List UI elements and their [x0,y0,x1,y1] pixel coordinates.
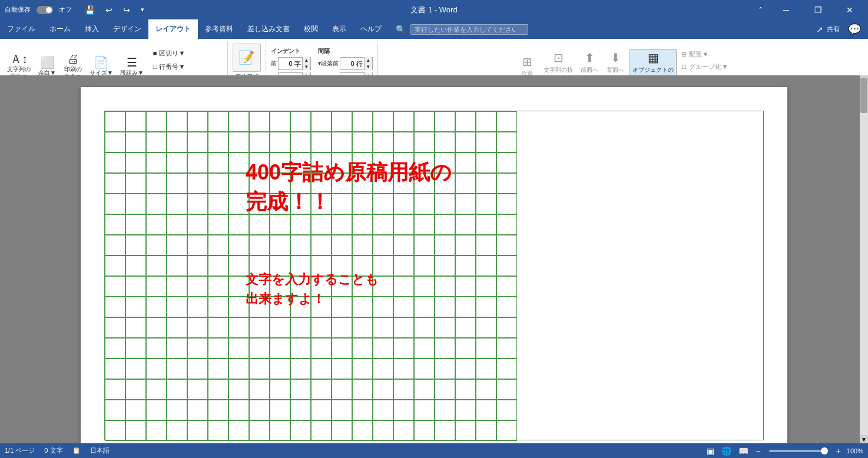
manuscript-cell[interactable] [228,338,249,359]
manuscript-cell[interactable] [125,194,146,214]
manuscript-cell[interactable] [373,214,393,235]
manuscript-cell[interactable] [455,255,476,276]
manuscript-cell[interactable] [105,276,125,297]
manuscript-cell[interactable] [105,420,125,441]
tab-references[interactable]: 参考資料 [198,19,240,39]
manuscript-cell[interactable] [146,420,167,441]
manuscript-cell[interactable] [455,173,476,194]
manuscript-cell[interactable] [311,400,332,420]
manuscript-cell[interactable] [496,111,517,132]
manuscript-cell[interactable] [270,359,290,379]
manuscript-cell[interactable] [352,214,373,235]
minimize-button[interactable]: ─ [773,0,800,19]
comments-icon[interactable]: 💬 [848,23,861,36]
manuscript-cell[interactable] [332,132,352,152]
manuscript-cell[interactable] [435,235,455,255]
manuscript-cell[interactable] [167,255,187,276]
columns-button[interactable]: ☰ 段組み▼ [118,55,146,78]
manuscript-cell[interactable] [290,338,311,359]
manuscript-cell[interactable] [270,214,290,235]
manuscript-cell[interactable] [125,111,146,132]
manuscript-cell[interactable] [187,400,208,420]
manuscript-cell[interactable] [249,132,270,152]
manuscript-cell[interactable] [187,255,208,276]
manuscript-cell[interactable] [435,420,455,441]
manuscript-cell[interactable] [455,276,476,297]
manuscript-cell[interactable] [125,338,146,359]
manuscript-cell[interactable] [228,214,249,235]
manuscript-cell[interactable] [167,317,187,338]
manuscript-cell[interactable] [228,235,249,255]
manuscript-cell[interactable] [476,420,496,441]
manuscript-cell[interactable] [332,317,352,338]
manuscript-cell[interactable] [373,359,393,379]
manuscript-cell[interactable] [311,132,332,152]
manuscript-cell[interactable] [125,152,146,173]
manuscript-cell[interactable] [125,132,146,152]
manuscript-cell[interactable] [249,111,270,132]
manuscript-cell[interactable] [146,255,167,276]
manuscript-cell[interactable] [187,338,208,359]
tab-mailings[interactable]: 差し込み文書 [240,19,297,39]
manuscript-cell[interactable] [311,111,332,132]
align-button[interactable]: ⊞ 配置▼ [679,49,730,60]
manuscript-cell[interactable] [476,255,496,276]
manuscript-cell[interactable] [393,379,414,400]
manuscript-cell[interactable] [414,214,435,235]
tab-insert[interactable]: 挿入 [78,19,106,39]
manuscript-cell[interactable] [187,111,208,132]
manuscript-cell[interactable] [187,214,208,235]
ribbon-collapse-btn[interactable]: ⌃ [753,5,768,15]
manuscript-cell[interactable] [455,400,476,420]
manuscript-cell[interactable] [332,214,352,235]
spacing-before-input[interactable] [340,60,364,67]
manuscript-cell[interactable] [125,317,146,338]
manuscript-cell[interactable] [476,359,496,379]
search-input[interactable] [410,24,528,35]
manuscript-cell[interactable] [290,317,311,338]
manuscript-cell[interactable] [393,214,414,235]
manuscript-cell[interactable] [167,400,187,420]
manuscript-cell[interactable] [352,132,373,152]
manuscript-cell[interactable] [167,194,187,214]
group-button[interactable]: ⊡ グループ化▼ [679,61,730,72]
manuscript-cell[interactable] [208,420,228,441]
manuscript-cell[interactable] [352,317,373,338]
manuscript-cell[interactable] [290,359,311,379]
manuscript-cell[interactable] [187,194,208,214]
manuscript-cell[interactable] [208,276,228,297]
manuscript-cell[interactable] [105,111,125,132]
manuscript-cell[interactable] [167,338,187,359]
manuscript-cell[interactable] [496,173,517,194]
manuscript-cell[interactable] [105,194,125,214]
manuscript-cell[interactable] [476,111,496,132]
manuscript-cell[interactable] [290,214,311,235]
manuscript-cell[interactable] [208,214,228,235]
manuscript-cell[interactable] [496,359,517,379]
manuscript-cell[interactable] [393,132,414,152]
indent-before-input[interactable] [279,60,302,67]
manuscript-cell[interactable] [125,420,146,441]
manuscript-cell[interactable] [311,379,332,400]
manuscript-cell[interactable] [496,400,517,420]
manuscript-cell[interactable] [187,235,208,255]
manuscript-cell[interactable] [146,214,167,235]
breaks-button[interactable]: ■ 区切り▼ [151,48,223,59]
manuscript-cell[interactable] [393,297,414,317]
manuscript-cell[interactable] [373,400,393,420]
manuscript-cell[interactable] [352,338,373,359]
scroll-down-arrow[interactable]: ▼ [860,435,868,443]
manuscript-cell[interactable] [249,235,270,255]
manuscript-cell[interactable] [125,400,146,420]
manuscript-cell[interactable] [228,359,249,379]
manuscript-cell[interactable] [290,379,311,400]
manuscript-cell[interactable] [270,379,290,400]
restore-button[interactable]: ❐ [804,0,831,19]
manuscript-cell[interactable] [208,194,228,214]
manuscript-cell[interactable] [228,400,249,420]
manuscript-cell[interactable] [332,359,352,379]
manuscript-cell[interactable] [270,400,290,420]
manuscript-cell[interactable] [270,338,290,359]
manuscript-cell[interactable] [332,379,352,400]
manuscript-cell[interactable] [146,132,167,152]
